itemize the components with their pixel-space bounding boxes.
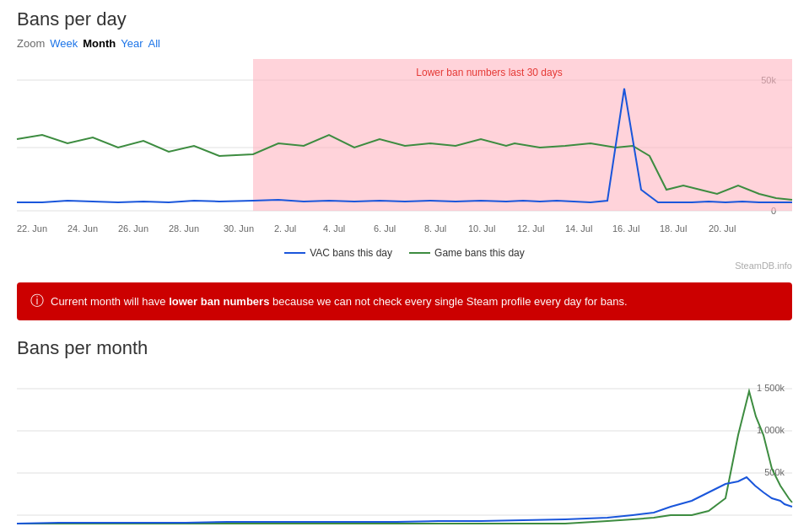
zoom-week[interactable]: Week — [50, 37, 78, 50]
alert-text: Current month will have lower ban number… — [51, 295, 628, 308]
legend-vac-day: VAC bans this day — [284, 247, 392, 259]
svg-text:2. Jul: 2. Jul — [274, 223, 296, 234]
svg-text:22. Jun: 22. Jun — [17, 223, 47, 234]
zoom-month[interactable]: Month — [83, 37, 116, 50]
chart1-credit: SteamDB.info — [17, 261, 792, 271]
svg-text:1 500k: 1 500k — [757, 383, 785, 393]
svg-text:Lower ban numbers last 30 days: Lower ban numbers last 30 days — [416, 67, 562, 78]
svg-text:30. Jun: 30. Jun — [224, 223, 254, 234]
legend-game-day-label: Game bans this day — [434, 247, 525, 259]
svg-text:4. Jul: 4. Jul — [323, 223, 345, 234]
legend-vac-day-label: VAC bans this day — [310, 247, 392, 259]
alert-icon: ⓘ — [30, 293, 44, 310]
svg-text:28. Jun: 28. Jun — [169, 223, 199, 234]
monthly-bans-chart: 1 500k 1 000k 500k 2004 2006 2007 2008 2… — [17, 368, 792, 532]
zoom-controls: Zoom Week Month Year All — [17, 37, 792, 50]
svg-text:14. Jul: 14. Jul — [565, 223, 592, 234]
zoom-label: Zoom — [17, 37, 45, 50]
svg-text:6. Jul: 6. Jul — [374, 223, 396, 234]
svg-text:8. Jul: 8. Jul — [424, 223, 446, 234]
zoom-year[interactable]: Year — [121, 37, 143, 50]
legend-game-day-line — [409, 252, 430, 254]
daily-chart-legend: VAC bans this day Game bans this day — [17, 247, 792, 259]
legend-vac-day-line — [284, 252, 305, 254]
svg-text:10. Jul: 10. Jul — [468, 223, 495, 234]
alert-box: ⓘ Current month will have lower ban numb… — [17, 282, 792, 320]
svg-text:18. Jul: 18. Jul — [660, 223, 687, 234]
svg-text:12. Jul: 12. Jul — [517, 223, 544, 234]
svg-text:16. Jul: 16. Jul — [612, 223, 639, 234]
svg-text:24. Jun: 24. Jun — [67, 223, 98, 234]
legend-game-day: Game bans this day — [409, 247, 525, 259]
zoom-all[interactable]: All — [148, 37, 160, 50]
svg-text:20. Jul: 20. Jul — [709, 223, 736, 234]
svg-rect-5 — [253, 59, 792, 211]
svg-text:26. Jun: 26. Jun — [118, 223, 148, 234]
page-title-1: Bans per day — [17, 8, 792, 30]
daily-bans-chart: 50k 0 Lower ban numbers last 30 days 22.… — [17, 55, 792, 240]
page-title-2: Bans per month — [17, 337, 792, 359]
